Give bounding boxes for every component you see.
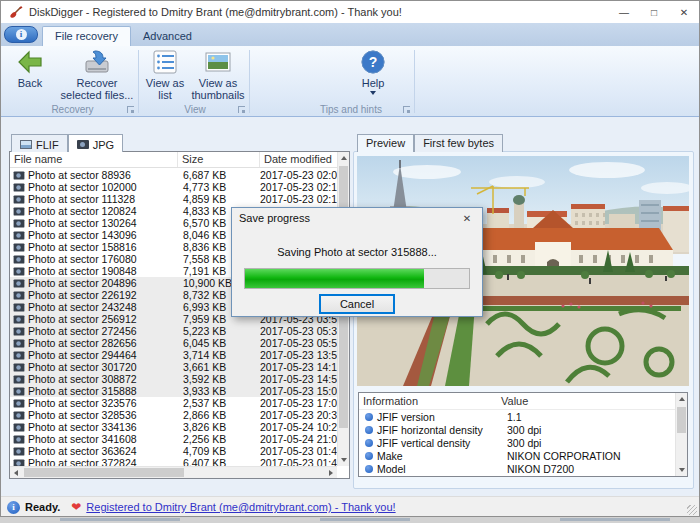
camera-icon xyxy=(14,279,25,287)
table-row[interactable]: Photo at sector 3728246,407 KB2017-05-23… xyxy=(10,457,337,466)
file-size: 3,826 KB xyxy=(178,421,260,433)
table-row[interactable]: Photo at sector 3416082,256 KB2017-05-24… xyxy=(10,433,337,445)
scrollbar-thumb[interactable] xyxy=(24,468,184,477)
file-size: 6,045 KB xyxy=(178,337,260,349)
cancel-button[interactable]: Cancel xyxy=(319,294,395,314)
camera-icon xyxy=(14,447,25,455)
progress-message: Saving Photo at sector 315888... xyxy=(232,246,482,258)
table-row[interactable]: Photo at sector 2944643,714 KB2017-05-23… xyxy=(10,349,337,361)
table-row[interactable]: Photo at sector 3158883,933 KB2017-05-23… xyxy=(10,385,337,397)
info-value: NIKON D7200 xyxy=(503,463,687,475)
scroll-left-icon[interactable] xyxy=(14,470,18,476)
resize-grip[interactable] xyxy=(687,505,697,515)
view-as-thumbnails-button[interactable]: View as thumbnails xyxy=(189,49,247,101)
scroll-right-icon[interactable] xyxy=(329,470,333,476)
view-as-list-button[interactable]: View as list xyxy=(143,49,187,101)
svg-text:?: ? xyxy=(369,54,378,70)
info-row[interactable]: JFIF horizontal density300 dpi xyxy=(359,423,687,436)
table-row[interactable]: Photo at sector 2724565,223 KB2017-05-23… xyxy=(10,325,337,337)
column-header-size[interactable]: Size xyxy=(178,152,260,167)
scroll-up-icon[interactable] xyxy=(341,156,347,160)
file-date: 2017-05-23 05:56:11 xyxy=(260,337,337,349)
table-row[interactable]: Photo at sector 3341363,826 KB2017-05-24… xyxy=(10,421,337,433)
file-name: Photo at sector 88936 xyxy=(28,169,178,181)
recover-selected-files-button[interactable]: Recover selected files... xyxy=(57,49,137,101)
scrollbar-thumb[interactable] xyxy=(677,407,686,433)
help-button[interactable]: ? Help xyxy=(353,49,393,95)
column-header-date[interactable]: Date modified xyxy=(260,152,337,167)
camera-icon xyxy=(14,303,25,311)
table-row[interactable]: Photo at sector 3285362,866 KB2017-05-23… xyxy=(10,409,337,421)
info-row[interactable]: JFIF vertical density300 dpi xyxy=(359,436,687,449)
file-name: Photo at sector 282656 xyxy=(28,337,178,349)
info-row[interactable]: MakeNIKON CORPORATION xyxy=(359,449,687,462)
file-name: Photo at sector 102000 xyxy=(28,181,178,193)
table-row[interactable]: Photo at sector 1020004,773 KB2017-05-23… xyxy=(10,181,337,193)
scroll-down-icon[interactable] xyxy=(679,468,685,472)
camera-icon xyxy=(14,207,25,215)
file-size: 2,537 KB xyxy=(178,397,260,409)
tab-flif[interactable]: FLIF xyxy=(11,134,68,152)
file-name: Photo at sector 323576 xyxy=(28,397,178,409)
column-header-value[interactable]: Value xyxy=(497,393,687,409)
dialog-launcher-icon[interactable] xyxy=(127,106,134,113)
info-row[interactable]: JFIF version1.1 xyxy=(359,410,687,423)
info-table-scrollbar[interactable] xyxy=(675,393,687,476)
progress-bar-fill xyxy=(245,269,424,288)
tab-preview[interactable]: Preview xyxy=(357,134,414,152)
table-row[interactable]: Photo at sector 1113284,859 KB2017-05-23… xyxy=(10,193,337,205)
camera-icon xyxy=(14,255,25,263)
group-label-recovery: Recovery xyxy=(7,104,138,115)
file-name: Photo at sector 130264 xyxy=(28,217,178,229)
app-menu-button[interactable]: i xyxy=(4,26,38,43)
tab-advanced[interactable]: Advanced xyxy=(131,27,204,46)
file-name: Photo at sector 372824 xyxy=(28,457,178,466)
background-window-sliver xyxy=(0,517,700,523)
status-ready-text: Ready. xyxy=(25,501,60,513)
dialog-launcher-icon[interactable] xyxy=(238,106,245,113)
file-date: 2017-05-23 01:44:49 xyxy=(260,457,337,466)
table-row[interactable]: Photo at sector 3636244,709 KB2017-05-23… xyxy=(10,445,337,457)
column-header-filename[interactable]: File name xyxy=(10,152,178,167)
camera-icon xyxy=(14,219,25,227)
ribbon: Back Recover selected files... xyxy=(1,46,699,117)
table-row[interactable]: Photo at sector 3235762,537 KB2017-05-23… xyxy=(10,397,337,409)
table-row[interactable]: Photo at sector 2826566,045 KB2017-05-23… xyxy=(10,337,337,349)
camera-icon xyxy=(14,363,25,371)
file-name: Photo at sector 158816 xyxy=(28,241,178,253)
title-bar[interactable]: DiskDigger - Registered to Dmitry Brant … xyxy=(1,1,699,23)
minimize-button[interactable]: — xyxy=(609,1,639,23)
close-button[interactable]: ✕ xyxy=(669,1,699,23)
scroll-down-icon[interactable] xyxy=(341,458,347,462)
dialog-close-icon[interactable]: ✕ xyxy=(452,208,482,228)
dialog-launcher-icon[interactable] xyxy=(403,106,410,113)
tab-jpg[interactable]: JPG xyxy=(68,134,123,152)
info-row[interactable]: Orientation1 xyxy=(359,475,687,477)
camera-icon xyxy=(14,351,25,359)
tab-file-recovery[interactable]: File recovery xyxy=(42,26,131,46)
tab-first-few-bytes[interactable]: First few bytes xyxy=(414,134,503,152)
camera-icon xyxy=(14,291,25,299)
file-name: Photo at sector 301720 xyxy=(28,361,178,373)
maximize-button[interactable]: □ xyxy=(639,1,669,23)
table-row[interactable]: Photo at sector 3017203,661 KB2017-05-23… xyxy=(10,361,337,373)
table-row[interactable]: Photo at sector 3088723,592 KB2017-05-23… xyxy=(10,373,337,385)
info-value: 300 dpi xyxy=(503,424,687,436)
info-icon: i xyxy=(7,501,20,514)
back-button[interactable]: Back xyxy=(7,49,53,89)
file-size: 5,223 KB xyxy=(178,325,260,337)
diskdigger-window: DiskDigger - Registered to Dmitry Brant … xyxy=(0,0,700,517)
table-row[interactable]: Photo at sector 889366,687 KB2017-05-23 … xyxy=(10,169,337,181)
column-header-information[interactable]: Information xyxy=(359,393,497,409)
file-list-horizontal-scrollbar[interactable] xyxy=(10,466,337,478)
file-name: Photo at sector 204896 xyxy=(28,277,178,289)
file-name: Photo at sector 111328 xyxy=(28,193,178,205)
scroll-up-icon[interactable] xyxy=(679,397,685,401)
camera-icon xyxy=(14,327,25,335)
file-size: 3,714 KB xyxy=(178,349,260,361)
info-row[interactable]: ModelNIKON D7200 xyxy=(359,462,687,475)
info-key: Make xyxy=(377,450,503,462)
file-date: 2017-05-23 13:57:31 xyxy=(260,349,337,361)
dialog-title-bar[interactable]: Save progress ✕ xyxy=(232,208,482,228)
registration-link[interactable]: Registered to Dmitry Brant (me@dmitrybra… xyxy=(86,501,395,513)
